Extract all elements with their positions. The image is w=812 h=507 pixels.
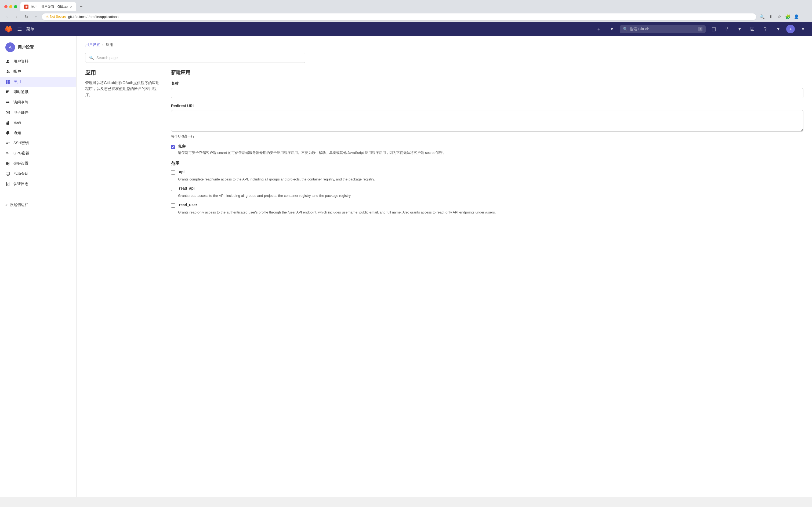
profile-browser-icon[interactable]: 👤: [793, 13, 800, 20]
search-icon: 🔍: [623, 27, 628, 31]
breadcrumb-parent-link[interactable]: 用户设置: [85, 43, 100, 47]
sidebar-item-label: 电子邮件: [13, 110, 28, 115]
redirect-uri-input[interactable]: [171, 110, 803, 131]
hamburger-menu-button[interactable]: ☰: [16, 25, 23, 33]
search-page-input[interactable]: [97, 56, 301, 60]
sidebar-item-profile[interactable]: 用户资料: [0, 56, 76, 67]
scope-read-user-description: Grants read-only access to the authentic…: [171, 210, 803, 215]
bookmark-icon[interactable]: ☆: [775, 13, 783, 20]
sidebar-item-gpg[interactable]: GPG密钥: [0, 148, 76, 158]
scope-read-user-checkbox[interactable]: [171, 203, 175, 208]
sidebar-item-chat[interactable]: 即时通讯: [0, 87, 76, 97]
gitlab-logo[interactable]: [4, 25, 13, 33]
bell-icon: [5, 130, 10, 135]
global-search-box[interactable]: 🔍 /: [620, 25, 706, 33]
tab-close-button[interactable]: ✕: [70, 5, 72, 9]
sidebar-item-auth-log[interactable]: 认证日志: [0, 179, 76, 189]
scope-api: api Grants complete read/write access to…: [171, 170, 803, 182]
todo-icon[interactable]: ☑: [748, 24, 757, 34]
svg-point-12: [6, 142, 8, 144]
name-input[interactable]: [171, 88, 803, 98]
scope-read-api-label[interactable]: read_api: [179, 186, 195, 190]
search-page-bar[interactable]: 🔍: [85, 53, 305, 63]
forward-button[interactable]: ›: [13, 13, 20, 20]
auth-log-icon: [5, 181, 10, 186]
name-form-group: 名称: [171, 81, 803, 98]
issues-icon[interactable]: ◫: [709, 24, 718, 34]
menu-label[interactable]: 菜单: [26, 26, 35, 32]
refresh-button[interactable]: ↻: [22, 13, 30, 20]
sidebar-item-active-sessions[interactable]: 活动会话: [0, 169, 76, 179]
svg-point-15: [6, 152, 8, 154]
search-page-icon: 🔍: [89, 56, 94, 60]
left-column: 应用 管理可以将GitLab用作OAuth提供程序的应用程序，以及您已授权使用您…: [85, 69, 160, 219]
traffic-light-minimize[interactable]: [9, 5, 12, 8]
form-title: 新建应用: [171, 69, 803, 76]
share-icon[interactable]: ⬆: [767, 13, 774, 20]
help-dropdown[interactable]: ▾: [773, 24, 783, 34]
sidebar-item-label: 认证日志: [13, 181, 28, 186]
breadcrumb-separator: ›: [102, 43, 104, 47]
person-icon: [5, 59, 10, 64]
more-icon[interactable]: ⋮: [801, 13, 809, 20]
sidebar-item-notifications[interactable]: 通知: [0, 128, 76, 138]
top-navigation: ☰ 菜单 ＋ ▾ 🔍 / ◫ ⑂ ▾ ☑ ? ▾ A ▾: [0, 22, 812, 36]
token-icon: [5, 100, 10, 105]
scope-read-api-checkbox[interactable]: [171, 187, 175, 191]
tab-favicon: [24, 5, 28, 9]
svg-point-23: [8, 164, 9, 165]
redirect-uri-hint: 每个URI占一行: [171, 134, 803, 139]
confidential-label[interactable]: 私密: [178, 144, 185, 149]
warning-icon: ⚠: [46, 15, 49, 19]
search-browser-icon[interactable]: 🔍: [758, 13, 766, 20]
right-column: 新建应用 名称 Redirect URI 每个URI占一行: [171, 69, 803, 219]
scope-api-checkbox[interactable]: [171, 170, 175, 175]
sidebar-collapse-button[interactable]: « 收起侧边栏: [0, 200, 76, 210]
search-shortcut-badge: /: [698, 27, 702, 32]
sidebar-item-label: 偏好设置: [13, 161, 28, 166]
traffic-light-fullscreen[interactable]: [14, 5, 17, 8]
svg-rect-5: [6, 82, 7, 84]
sidebar-item-account[interactable]: 帐户: [0, 67, 76, 77]
sidebar-item-label: 密码: [13, 120, 21, 125]
new-tab-button[interactable]: +: [77, 3, 85, 10]
scope-section-title: 范围: [171, 161, 803, 167]
scope-read-user: read_user Grants read-only access to the…: [171, 203, 803, 215]
svg-point-21: [8, 162, 9, 163]
user-avatar-button[interactable]: A: [786, 25, 795, 33]
merge-requests-icon[interactable]: ⑂: [722, 24, 732, 34]
confidential-description: 请仅对可安全存储客户端 secret 的可信任后端服务器专用的安全应用程序启用。…: [178, 150, 446, 156]
svg-rect-4: [8, 80, 10, 81]
help-icon[interactable]: ?: [760, 24, 770, 34]
sidebar-item-password[interactable]: 密码: [0, 118, 76, 128]
user-menu-dropdown[interactable]: ▾: [798, 24, 808, 34]
dropdown-arrow[interactable]: ▾: [735, 24, 744, 34]
create-new-button[interactable]: ＋: [594, 24, 603, 34]
redirect-uri-form-group: Redirect URI 每个URI占一行: [171, 104, 803, 139]
address-bar[interactable]: ⚠ Not Secure git.k8s.local/-/profile/app…: [42, 13, 756, 20]
sidebar-item-ssh[interactable]: SSH密钥: [0, 138, 76, 148]
extensions-icon[interactable]: 🧩: [784, 13, 792, 20]
sidebar-avatar: A: [5, 43, 15, 52]
confidential-checkbox[interactable]: [171, 145, 175, 149]
sidebar: A 用户设置 用户资料 帐户 应用: [0, 36, 76, 497]
scope-read-api: read_api Grants read access to the API, …: [171, 186, 803, 199]
global-search-input[interactable]: [630, 27, 696, 31]
home-button[interactable]: ⌂: [32, 13, 40, 20]
sidebar-item-email[interactable]: 电子邮件: [0, 107, 76, 118]
create-dropdown-button[interactable]: ▾: [607, 24, 617, 34]
scope-api-label[interactable]: api: [179, 170, 184, 174]
scope-api-description: Grants complete read/write access to the…: [171, 177, 803, 182]
sidebar-item-label: 访问令牌: [13, 100, 28, 105]
scope-read-user-label[interactable]: read_user: [179, 203, 197, 207]
traffic-light-close[interactable]: [4, 5, 7, 8]
back-button[interactable]: ‹: [3, 13, 11, 20]
sidebar-item-tokens[interactable]: 访问令牌: [0, 97, 76, 107]
gpg-key-icon: [5, 151, 10, 156]
active-tab[interactable]: 应用 · 用户设置 · GitLab ✕: [20, 2, 76, 11]
name-label: 名称: [171, 81, 803, 86]
sidebar-item-preferences[interactable]: 偏好设置: [0, 158, 76, 169]
section-description: 管理可以将GitLab用作OAuth提供程序的应用程序，以及您已授权使用您的帐户…: [85, 80, 160, 98]
sidebar-item-applications[interactable]: 应用: [0, 77, 76, 87]
breadcrumb: 用户设置 › 应用: [85, 43, 803, 47]
